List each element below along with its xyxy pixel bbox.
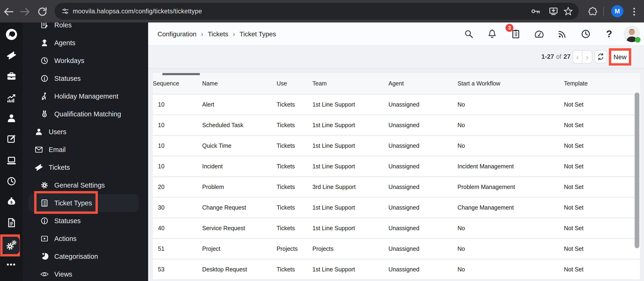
sidebar-item-statuses[interactable]: Statuses [23,70,148,87]
sidebar-item-views[interactable]: Views [23,265,148,281]
cell-workflow: No [458,245,564,252]
address-bar[interactable]: moovila.halopsa.com/config/tickets/ticke… [54,3,579,20]
cell-workflow: No [458,101,564,108]
scrollbar-thumb[interactable] [635,93,639,248]
column-header-name[interactable]: Name [202,80,276,87]
sidebar-item-label: Users [49,128,66,136]
sidebar-item-qualification-matching[interactable]: Qualification Matching [23,105,148,123]
sidebar-item-label: Statuses [54,217,81,225]
password-key-icon[interactable] [531,6,541,17]
column-header-use[interactable]: Use [276,80,312,87]
extensions-icon[interactable] [586,6,598,17]
sidebar-item-users[interactable]: Users [23,123,148,141]
bookmark-star-icon[interactable] [563,6,573,17]
time-clock-icon[interactable] [580,29,591,39]
rail-sales-icon[interactable] [0,93,23,104]
sidebar-item-roles[interactable]: Roles [23,23,148,34]
sidebar-item-label: Tickets [49,164,70,171]
table-row[interactable]: 10Quick TimeTickets1st Line SupportUnass… [153,136,640,155]
browser-menu-icon[interactable] [628,6,640,17]
cell-name: Alert [202,101,276,108]
table-row[interactable]: 30Change RequestTickets1st Line SupportU… [153,198,640,217]
cell-sequence: 51 [153,245,202,252]
next-page-button[interactable]: › [582,51,592,63]
table-row[interactable]: 51ProjectProjectsProjectsUnassignedNoNot… [153,239,640,258]
table-row[interactable]: 10IncidentTickets1st Line SupportUnassig… [153,157,640,176]
table-row[interactable]: 40Service RequestTickets1st Line Support… [153,218,640,238]
main-content: Configuration › Tickets › Ticket Types 3… [148,23,644,281]
table-scrollbar[interactable] [635,93,639,281]
rss-feed-icon[interactable] [557,29,568,39]
dashboard-gauge-icon[interactable] [534,29,544,39]
rail-timesheets-icon[interactable] [0,176,23,186]
column-header-agent[interactable]: Agent [388,80,458,87]
table-row[interactable]: 20ProblemTickets3rd Line SupportUnassign… [153,177,640,197]
rail-clients-icon[interactable] [0,71,23,81]
table-row[interactable]: 53Desktop RequestTickets1st Line Support… [153,260,640,279]
sidebar-item-ticket-statuses[interactable]: Statuses [23,212,148,230]
new-button[interactable]: New [611,51,629,63]
cell-use: Tickets [276,204,312,211]
breadcrumb-tickets[interactable]: Tickets [208,31,228,38]
sidebar-item-actions[interactable]: Actions [23,230,148,247]
rail-tickets-icon[interactable] [0,50,23,61]
cell-use: Tickets [276,142,312,149]
sidebar-item-tickets[interactable]: Tickets [23,159,148,176]
rail-more-icon[interactable]: ••• [0,261,23,268]
help-icon[interactable]: ? [604,29,614,39]
refresh-icon [596,52,605,61]
browser-forward-button[interactable] [20,6,31,17]
halo-logo-icon[interactable] [0,28,23,41]
column-header-team[interactable]: Team [312,80,388,87]
cell-template: Not Set [564,101,640,108]
browser-profile-avatar[interactable]: M [611,5,624,17]
browser-back-button[interactable] [3,6,14,17]
rail-assets-icon[interactable] [0,155,23,166]
cell-name: Problem [202,184,276,190]
browser-reload-button[interactable] [37,6,48,17]
clock-icon [40,57,49,65]
url-text[interactable]: moovila.halopsa.com/config/tickets/ticke… [73,3,202,20]
search-icon[interactable] [464,29,474,39]
site-settings-icon[interactable] [60,6,70,17]
cell-team: 1st Line Support [312,122,388,129]
rail-users-icon[interactable] [0,113,23,123]
breadcrumb-configuration[interactable]: Configuration [158,31,196,38]
cell-name: Incident [202,163,276,170]
cell-team: 3rd Line Support [312,184,388,190]
cell-sequence: 20 [153,184,202,190]
table-row[interactable]: 10Scheduled TaskTickets1st Line SupportU… [153,115,640,135]
cell-template: Not Set [564,163,640,170]
table-row[interactable]: 10AlertTickets1st Line SupportUnassigned… [153,95,640,114]
rail-billing-icon[interactable] [0,196,23,207]
column-header-sequence[interactable]: Sequence [153,80,202,87]
breadcrumb-ticket-types: Ticket Types [240,31,276,38]
sidebar-item-workdays[interactable]: Workdays [23,52,148,70]
install-app-icon[interactable] [548,6,558,17]
previous-page-button[interactable]: ‹ [573,51,582,63]
sidebar-item-agents[interactable]: Agents [23,34,148,52]
cell-agent: Unassigned [388,266,458,273]
info-icon [40,217,49,225]
sidebar-item-holiday-management[interactable]: Holiday Management [23,87,148,105]
ticket-types-table: Sequence Name Use Team Agent Start a Wor… [153,73,640,281]
cell-agent: Unassigned [388,101,458,108]
cell-sequence: 10 [153,142,202,149]
refresh-button[interactable] [594,50,607,63]
column-header-workflow[interactable]: Start a Workflow [458,80,564,87]
ticket-types-highlight-frame [34,191,98,214]
notifications-bell-icon[interactable] [487,29,497,39]
sidebar-item-email[interactable]: Email [23,141,148,159]
sorted-column-indicator [162,73,200,75]
sidebar-item-categorisation[interactable]: Categorisation [23,247,148,265]
sidebar-item-label: Workdays [54,57,84,65]
cell-workflow: Incident Management [458,163,564,170]
cell-workflow: Problem Management [458,184,564,190]
column-header-template[interactable]: Template [564,80,640,87]
walking-person-icon [40,92,49,101]
rail-configuration-icon[interactable] [3,237,20,254]
cell-agent: Unassigned [388,122,458,129]
rail-reports-icon[interactable] [0,217,23,228]
list-toolbar: 1-27 of 27 ‹ › New [148,46,644,68]
rail-projects-icon[interactable] [0,134,23,144]
